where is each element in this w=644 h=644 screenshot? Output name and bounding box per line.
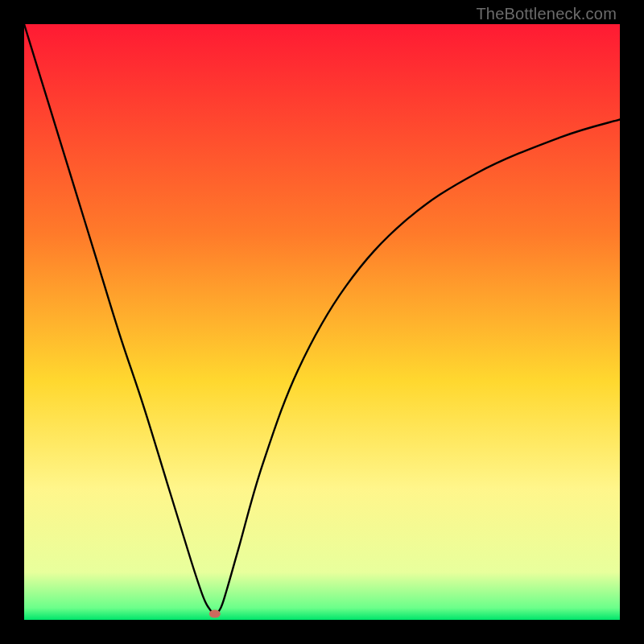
bottleneck-curve [24, 24, 620, 614]
plot-area [24, 24, 620, 620]
minimum-marker [209, 610, 221, 618]
watermark-text: TheBottleneck.com [476, 5, 617, 23]
chart-frame: TheBottleneck.com [0, 0, 644, 644]
curve-layer [24, 24, 620, 620]
